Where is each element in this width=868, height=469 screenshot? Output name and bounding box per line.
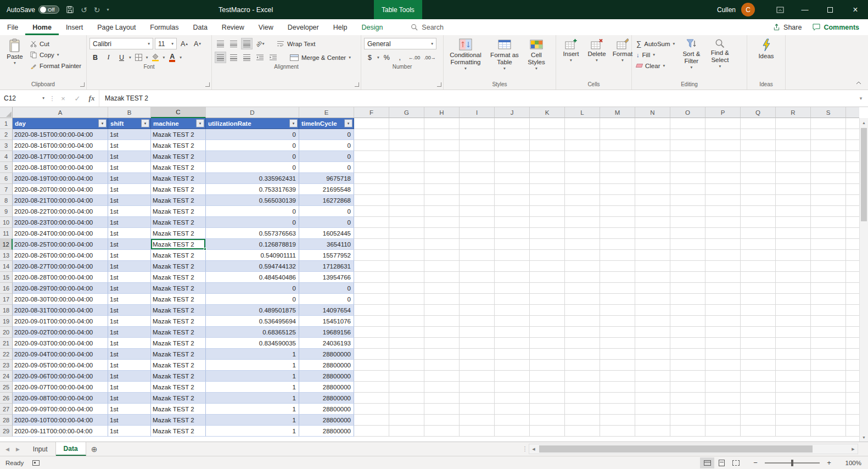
copy-button[interactable]: Copy ▾ <box>29 49 83 60</box>
column-header-M[interactable]: M <box>600 107 635 118</box>
cell-P2[interactable] <box>705 129 741 140</box>
format-cells-button[interactable]: Format ▾ <box>611 37 635 64</box>
cell-S18[interactable] <box>811 305 846 316</box>
cell-E5[interactable]: 0 <box>299 162 354 173</box>
cell-R1[interactable] <box>776 118 811 129</box>
cell-Q19[interactable] <box>741 316 776 327</box>
align-center-button[interactable] <box>228 52 239 63</box>
alignment-dialog-launcher[interactable] <box>355 82 359 87</box>
cell-R22[interactable] <box>776 349 811 360</box>
cell-P7[interactable] <box>705 184 741 195</box>
column-header-B[interactable]: B <box>108 107 151 118</box>
cell-H26[interactable] <box>424 393 460 404</box>
cell-Q21[interactable] <box>741 338 776 349</box>
cell-E13[interactable]: 15577952 <box>299 250 354 261</box>
cell-A3[interactable]: 2020-08-16T00:00:00-04:00 <box>13 140 108 151</box>
cell-F7[interactable] <box>354 184 389 195</box>
column-header-P[interactable]: P <box>705 107 741 118</box>
cell-M19[interactable] <box>600 316 635 327</box>
scroll-down-arrow[interactable]: ▼ <box>860 433 868 442</box>
cell-S27[interactable] <box>811 404 846 415</box>
cell-S13[interactable] <box>811 250 846 261</box>
cell-S16[interactable] <box>811 283 846 294</box>
cell-M6[interactable] <box>600 173 635 184</box>
cell-M10[interactable] <box>600 217 635 228</box>
cell-O17[interactable] <box>670 294 705 305</box>
cell-I3[interactable] <box>460 140 495 151</box>
cell-G28[interactable] <box>389 415 424 426</box>
cell-E18[interactable]: 14097654 <box>299 305 354 316</box>
column-header-I[interactable]: I <box>460 107 495 118</box>
cell-D4[interactable]: 0 <box>206 151 299 162</box>
cell-O27[interactable] <box>670 404 705 415</box>
cell-C16[interactable]: Mazak TEST 2 <box>151 283 206 294</box>
cell-E6[interactable]: 9675718 <box>299 173 354 184</box>
cell-P24[interactable] <box>705 371 741 382</box>
find-select-button[interactable]: Find & Select ▾ <box>706 37 733 70</box>
row-header-6[interactable]: 6 <box>0 173 13 184</box>
cell-A2[interactable]: 2020-08-15T00:00:00-04:00 <box>13 129 108 140</box>
cell-C23[interactable]: Mazak TEST 2 <box>151 360 206 371</box>
cell-B6[interactable]: 1st <box>108 173 151 184</box>
cell-Q24[interactable] <box>741 371 776 382</box>
cell-E3[interactable]: 0 <box>299 140 354 151</box>
cell-L28[interactable] <box>565 415 600 426</box>
cell-M17[interactable] <box>600 294 635 305</box>
cell-S5[interactable] <box>811 162 846 173</box>
cell-B22[interactable]: 1st <box>108 349 151 360</box>
cell-L16[interactable] <box>565 283 600 294</box>
cell-D15[interactable]: 0.484540486 <box>206 272 299 283</box>
cell-S1[interactable] <box>811 118 846 129</box>
cell-S19[interactable] <box>811 316 846 327</box>
sort-filter-button[interactable]: Sort & Filter ▾ <box>678 37 704 71</box>
row-header-20[interactable]: 20 <box>0 327 13 338</box>
cell-O13[interactable] <box>670 250 705 261</box>
cell-styles-button[interactable]: Cell Styles ▾ <box>524 37 548 72</box>
fill-color-button[interactable] <box>150 52 161 63</box>
cell-G2[interactable] <box>389 129 424 140</box>
cell-I23[interactable] <box>460 360 495 371</box>
cell-Q27[interactable] <box>741 404 776 415</box>
cell-B13[interactable]: 1st <box>108 250 151 261</box>
cell-C18[interactable]: Mazak TEST 2 <box>151 305 206 316</box>
cell-P19[interactable] <box>705 316 741 327</box>
cell-Q20[interactable] <box>741 327 776 338</box>
cell-F8[interactable] <box>354 195 389 206</box>
cell-K14[interactable] <box>530 261 565 272</box>
cell-P16[interactable] <box>705 283 741 294</box>
cell-P23[interactable] <box>705 360 741 371</box>
cell-I17[interactable] <box>460 294 495 305</box>
scroll-left-arrow[interactable]: ◀ <box>529 444 538 454</box>
cell-P1[interactable] <box>705 118 741 129</box>
vertical-scrollbar[interactable]: ▲ ▼ <box>859 118 868 442</box>
cell-I20[interactable] <box>460 327 495 338</box>
percent-style-button[interactable]: % <box>381 52 393 63</box>
cell-K1[interactable] <box>530 118 565 129</box>
user-avatar[interactable]: C <box>741 3 755 16</box>
cell-D18[interactable]: 0.489501875 <box>206 305 299 316</box>
cell-K19[interactable] <box>530 316 565 327</box>
tab-design[interactable]: Design <box>354 19 390 35</box>
cell-G4[interactable] <box>389 151 424 162</box>
enter-button[interactable]: ✓ <box>70 90 85 107</box>
cell-E1[interactable]: timeInCycle▾ <box>299 118 354 129</box>
cell-C17[interactable]: Mazak TEST 2 <box>151 294 206 305</box>
cell-P6[interactable] <box>705 173 741 184</box>
cell-Q16[interactable] <box>741 283 776 294</box>
cell-O15[interactable] <box>670 272 705 283</box>
cell-F28[interactable] <box>354 415 389 426</box>
cell-A25[interactable]: 2020-09-07T00:00:00-04:00 <box>13 382 108 393</box>
cell-E21[interactable]: 24036193 <box>299 338 354 349</box>
cell-E11[interactable]: 16052445 <box>299 228 354 239</box>
cell-N3[interactable] <box>635 140 670 151</box>
cell-E23[interactable]: 28800000 <box>299 360 354 371</box>
tab-formulas[interactable]: Formulas <box>143 19 186 35</box>
cell-J14[interactable] <box>495 261 530 272</box>
cell-O9[interactable] <box>670 206 705 217</box>
cell-H17[interactable] <box>424 294 460 305</box>
cell-C26[interactable]: Mazak TEST 2 <box>151 393 206 404</box>
cell-B26[interactable]: 1st <box>108 393 151 404</box>
format-as-table-button[interactable]: Format as Table ▾ <box>486 37 523 72</box>
cell-S7[interactable] <box>811 184 846 195</box>
font-color-button[interactable]: A <box>166 52 178 63</box>
